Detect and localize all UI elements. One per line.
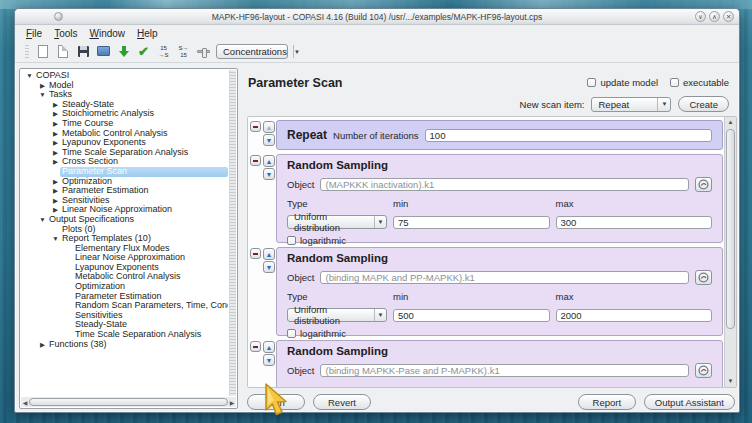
object-row: Object xyxy=(287,270,712,285)
menu-item-file[interactable]: File xyxy=(21,27,47,40)
menu-item-help[interactable]: Help xyxy=(132,27,163,40)
object-input[interactable] xyxy=(320,271,689,284)
checkbox-icon[interactable] xyxy=(670,78,679,87)
move-up-button[interactable]: ▲ xyxy=(263,248,275,260)
scrollbar-thumb[interactable] xyxy=(726,129,735,329)
tree-collapsed-icon[interactable]: ▶ xyxy=(51,177,60,187)
tree-item-tasks[interactable]: ▼Tasks xyxy=(21,90,228,100)
select-object-button[interactable] xyxy=(695,177,712,192)
tree-collapsed-icon[interactable]: ▶ xyxy=(51,100,60,110)
move-down-button[interactable]: ▼ xyxy=(263,134,275,146)
checkbox-icon[interactable] xyxy=(587,78,596,87)
tree-item-functions-38[interactable]: ▶Functions (38) xyxy=(21,340,228,350)
repeat-panel: RepeatNumber of iterations xyxy=(276,120,723,150)
logarithmic-checkbox[interactable]: logarithmic xyxy=(287,328,712,339)
tree-collapsed-icon[interactable]: ▶ xyxy=(51,186,60,196)
remove-scan-item-button[interactable] xyxy=(250,121,261,132)
object-input[interactable] xyxy=(320,178,689,191)
distribution-select[interactable]: Uniform distribution▼ xyxy=(287,215,387,229)
tree-collapsed-icon[interactable]: ▶ xyxy=(51,148,60,158)
open-file-icon[interactable] xyxy=(56,44,71,59)
revert-button[interactable]: Revert xyxy=(313,394,371,410)
maximize-button[interactable]: ∧ xyxy=(709,11,720,22)
tree-collapsed-icon[interactable]: ▶ xyxy=(38,81,47,91)
min-input[interactable] xyxy=(393,309,550,322)
new-file-icon[interactable] xyxy=(36,44,51,59)
tree-collapsed-icon[interactable]: ▶ xyxy=(51,129,60,139)
output-assistant-button[interactable]: Output Assistant xyxy=(644,394,735,410)
tree-expanded-icon[interactable]: ▼ xyxy=(38,215,47,225)
scan-vertical-scrollbar[interactable]: ▲ ▼ xyxy=(724,117,736,387)
tree-collapsed-icon[interactable]: ▶ xyxy=(51,196,60,206)
logarithmic-checkbox[interactable]: logarithmic xyxy=(287,235,712,246)
create-button[interactable]: Create xyxy=(678,96,729,112)
remove-scan-item-button[interactable] xyxy=(250,341,261,352)
iterations-label: Number of iterations xyxy=(333,130,419,141)
update-model-checkbox[interactable]: update model xyxy=(587,77,658,88)
tree-collapsed-icon[interactable]: ▶ xyxy=(38,340,47,350)
checkbox-icon[interactable] xyxy=(287,236,296,245)
tree-collapsed-icon[interactable]: ▶ xyxy=(51,157,60,167)
move-up-button[interactable]: ▲ xyxy=(263,155,275,167)
move-down-button[interactable]: ▼ xyxy=(263,261,275,273)
slider-icon[interactable] xyxy=(196,44,211,59)
tree-collapsed-icon[interactable]: ▶ xyxy=(51,138,60,148)
tree-item-output-specifications[interactable]: ▼Output Specifications xyxy=(21,215,228,225)
capture-image-icon[interactable] xyxy=(96,44,111,59)
checkbox-icon[interactable] xyxy=(287,329,296,338)
tree-item-parameter-estimation[interactable]: ▶Parameter Estimation xyxy=(21,186,228,196)
remove-scan-item-button[interactable] xyxy=(250,155,261,166)
move-up-button[interactable]: ▲ xyxy=(263,341,275,353)
move-down-button[interactable]: ▼ xyxy=(263,354,275,366)
sidebar-vertical-scrollbar[interactable] xyxy=(229,70,236,396)
tree-item-parameter-scan[interactable]: Parameter Scan xyxy=(21,167,228,177)
remove-scan-item-button[interactable] xyxy=(250,248,261,259)
distribution-select[interactable]: Uniform distribution▼ xyxy=(287,308,387,322)
scroll-left-icon[interactable]: ◀ xyxy=(21,399,29,406)
particle-number-icon[interactable]: 15 →S xyxy=(156,44,171,59)
titlebar[interactable]: MAPK-HF96-layout - COPASI 4.16 (Build 10… xyxy=(15,9,739,25)
menu-item-window[interactable]: Window xyxy=(84,27,130,40)
tree-expanded-icon[interactable]: ▼ xyxy=(38,90,47,100)
max-input[interactable] xyxy=(556,216,713,229)
select-object-button[interactable] xyxy=(695,270,712,285)
min-input[interactable] xyxy=(393,216,550,229)
units-combobox-value: Concentrations xyxy=(217,46,293,57)
move-down-button[interactable]: ▼ xyxy=(263,168,275,180)
sidebar-horizontal-scrollbar[interactable]: ◀ ▶ xyxy=(21,397,236,407)
tree-expanded-icon[interactable]: ▼ xyxy=(25,71,34,81)
menu-item-tools[interactable]: Tools xyxy=(49,27,82,40)
tree-item-time-scale-separation-analysis[interactable]: ▶Time Scale Separation Analysis xyxy=(21,148,228,158)
concentration-convert-icon[interactable]: S→ 15 xyxy=(176,44,191,59)
scroll-down-icon[interactable]: ▼ xyxy=(725,376,736,387)
type-min-max-controls: Uniform distribution▼ xyxy=(287,308,712,322)
new-scan-item-select[interactable]: Repeat ▼ xyxy=(591,97,671,112)
export-icon[interactable] xyxy=(116,44,131,59)
scroll-right-icon[interactable]: ▶ xyxy=(228,399,236,406)
report-button[interactable]: Report xyxy=(578,394,636,410)
random-sampling-panel: Random SamplingObjectTypeminmaxUniform d… xyxy=(276,154,723,243)
max-input[interactable] xyxy=(556,309,713,322)
tree-expanded-icon[interactable]: ▼ xyxy=(51,234,60,244)
scan-item-random-sampling: ▲▼Random SamplingObject xyxy=(249,340,723,388)
iterations-input[interactable] xyxy=(425,129,712,142)
object-input[interactable] xyxy=(320,364,689,377)
check-model-icon[interactable]: ✔ xyxy=(136,44,151,59)
minimize-button[interactable]: ∨ xyxy=(695,11,706,22)
tree-collapsed-icon[interactable]: ▶ xyxy=(51,109,60,119)
scan-item-controls: ▲▼ xyxy=(249,247,276,336)
move-up-button[interactable]: ▲ xyxy=(263,121,275,133)
executable-checkbox[interactable]: executable xyxy=(670,77,729,88)
tree-item-stoichiometric-analysis[interactable]: ▶Stoichiometric Analysis xyxy=(21,109,228,119)
toolbar-grip[interactable] xyxy=(25,45,29,59)
scrollbar-thumb[interactable] xyxy=(29,398,228,406)
tree-item-random-scan-parameters-time-concentrations[interactable]: Random Scan Parameters, Time, Concentrat… xyxy=(21,301,228,311)
save-icon[interactable] xyxy=(76,44,91,59)
select-object-button[interactable] xyxy=(695,363,712,378)
units-combobox[interactable]: Concentrations ▼ xyxy=(216,44,288,59)
run-button[interactable]: Run xyxy=(247,394,305,410)
close-button[interactable]: ✕ xyxy=(723,11,734,22)
tree-collapsed-icon[interactable]: ▶ xyxy=(51,119,60,129)
chevron-down-icon: ▼ xyxy=(657,98,670,111)
scroll-up-icon[interactable]: ▲ xyxy=(725,117,736,128)
